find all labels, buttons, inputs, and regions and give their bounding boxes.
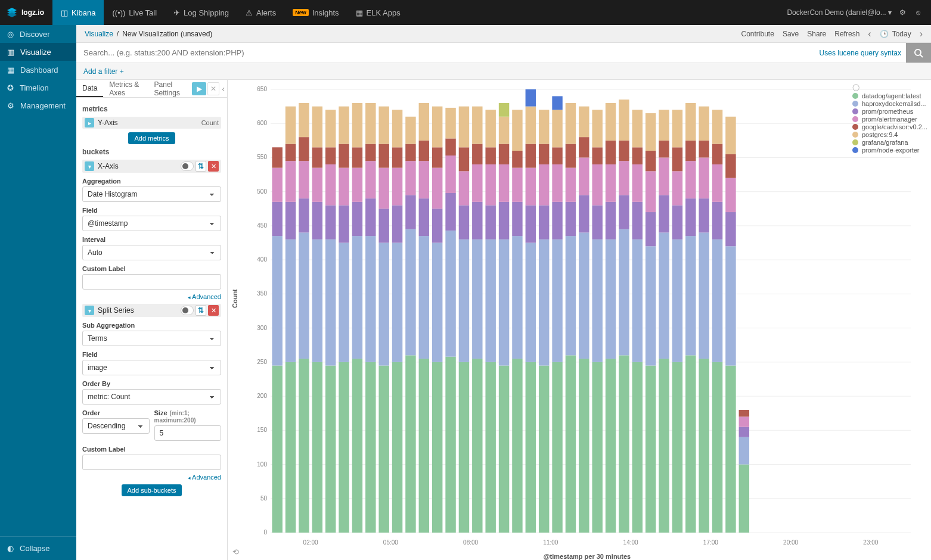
orderby-select[interactable]: metric: Count: [82, 389, 221, 405]
sidenav-dashboard[interactable]: ▦Dashboard: [0, 61, 76, 79]
timerange-next[interactable]: ›: [920, 29, 923, 39]
delete-button[interactable]: ✕: [208, 305, 219, 316]
timerange-picker[interactable]: 🕒Today: [880, 30, 911, 38]
sidenav-timelion[interactable]: ✪Timelion: [0, 79, 76, 97]
svg-rect-240: [725, 246, 736, 365]
svg-rect-175: [579, 195, 589, 232]
run-button[interactable]: ▶: [192, 82, 206, 95]
svg-rect-48: [299, 137, 309, 161]
svg-rect-109: [432, 107, 442, 148]
discard-button[interactable]: ✕: [207, 82, 219, 95]
svg-rect-126: [472, 144, 482, 164]
dashboard-icon: ▦: [7, 66, 14, 74]
share-button[interactable]: Share: [807, 30, 826, 38]
subagg-select[interactable]: Terms: [82, 331, 221, 346]
svg-rect-62: [339, 362, 349, 533]
size-input[interactable]: [154, 425, 222, 441]
sidenav-label: Management: [20, 101, 66, 110]
search-button[interactable]: [906, 43, 931, 63]
svg-rect-238: [712, 110, 722, 144]
svg-rect-42: [285, 144, 296, 161]
legend-item[interactable]: prom/node-exporter: [852, 147, 927, 154]
svg-rect-40: [285, 202, 296, 239]
reset-zoom-icon[interactable]: ⟲: [232, 547, 239, 556]
reorder-handle[interactable]: ⇅: [195, 161, 206, 172]
interval-select[interactable]: Auto: [82, 245, 221, 260]
add-subbuckets-button[interactable]: Add sub-buckets: [122, 484, 182, 496]
svg-rect-43: [285, 107, 296, 144]
nav-logshipping[interactable]: ✈Log Shipping: [165, 0, 237, 25]
tab-metrics-axes[interactable]: Metrics & Axes: [103, 80, 148, 97]
collapse-panel-icon[interactable]: ‹: [222, 84, 225, 94]
legend-item[interactable]: postgres:9.4: [852, 131, 927, 138]
custom-label-input[interactable]: [82, 274, 221, 290]
timerange-prev[interactable]: ‹: [868, 29, 871, 39]
reorder-handle[interactable]: ⇅: [195, 305, 206, 316]
logout-icon[interactable]: ⎋: [913, 8, 923, 17]
expander-icon[interactable]: ▾: [85, 161, 94, 171]
add-metrics-button[interactable]: Add metrics: [128, 132, 175, 144]
svg-rect-66: [339, 144, 349, 168]
legend-settings-icon[interactable]: ◯: [852, 83, 927, 91]
advanced-toggle[interactable]: Advanced: [82, 293, 221, 300]
expander-icon[interactable]: ▸: [85, 118, 94, 127]
expander-icon[interactable]: ▾: [85, 306, 94, 315]
add-filter[interactable]: Add a filter +: [83, 67, 124, 76]
nav-insights[interactable]: NewInsights: [284, 0, 347, 25]
search-input[interactable]: [76, 43, 815, 63]
sidenav-visualize[interactable]: ▥Visualize: [0, 43, 76, 61]
svg-rect-46: [299, 198, 309, 232]
svg-rect-58: [325, 206, 336, 239]
legend-item[interactable]: haproxydockerrailsd...: [852, 100, 927, 107]
collapse-icon: ◐: [7, 544, 14, 553]
legend-item[interactable]: grafana/grafana: [852, 139, 927, 146]
svg-rect-41: [285, 161, 296, 202]
svg-rect-241: [725, 212, 736, 246]
save-button[interactable]: Save: [783, 30, 799, 38]
delete-button[interactable]: ✕: [208, 161, 219, 172]
svg-rect-222: [685, 236, 696, 355]
svg-rect-142: [512, 236, 522, 359]
svg-rect-77: [365, 161, 375, 198]
order-select[interactable]: Descending: [82, 418, 150, 434]
custom-label2-input[interactable]: [82, 455, 221, 470]
sidenav-collapse[interactable]: ◐Collapse: [0, 536, 76, 560]
breadcrumb-root[interactable]: Visualize: [85, 30, 113, 38]
nav-elkapps[interactable]: ▦ELK Apps: [347, 0, 409, 25]
sidenav-management[interactable]: ⚙Management: [0, 97, 76, 114]
svg-rect-229: [699, 198, 709, 232]
nav-livetail[interactable]: ((•))Live Tail: [104, 0, 165, 25]
field-select[interactable]: @timestamp: [82, 216, 221, 231]
legend-item[interactable]: google/cadvisor:v0.2...: [852, 123, 927, 130]
legend-item[interactable]: prom/prometheus: [852, 108, 927, 115]
bucket-split-row: ▾ Split Series ⇅ ✕: [82, 304, 221, 317]
svg-rect-108: [432, 147, 442, 167]
refresh-button[interactable]: Refresh: [834, 30, 859, 38]
tab-data[interactable]: Data: [76, 80, 103, 97]
svg-rect-124: [472, 202, 482, 239]
account-picker[interactable]: DockerCon Demo (daniel@lo... ▾: [787, 8, 892, 17]
bell-icon: ⚠: [246, 8, 253, 17]
advanced-toggle[interactable]: Advanced: [82, 474, 221, 481]
legend-item[interactable]: prom/alertmanager: [852, 116, 927, 123]
lucene-hint[interactable]: Uses lucene query syntax: [815, 43, 906, 63]
field-label: Field: [82, 207, 221, 214]
svg-rect-230: [699, 157, 709, 198]
gear-icon: ⚙: [7, 101, 14, 110]
svg-rect-83: [378, 168, 389, 209]
tab-panel-settings[interactable]: Panel Settings: [148, 80, 193, 97]
sidenav-discover[interactable]: ◎Discover: [0, 25, 76, 43]
nav-kibana[interactable]: ◫Kibana: [52, 0, 104, 25]
enable-toggle[interactable]: [181, 306, 194, 315]
row-value: Count: [201, 119, 219, 126]
field2-select[interactable]: image: [82, 360, 221, 375]
legend-item[interactable]: datadog/agent:latest: [852, 92, 927, 99]
bar-chart[interactable]: 0501001502002503003504004505005506006500…: [249, 86, 917, 550]
aggregation-select[interactable]: Date Histogram: [82, 186, 221, 202]
enable-toggle[interactable]: [181, 161, 194, 171]
svg-text:08:00: 08:00: [463, 539, 478, 546]
svg-text:600: 600: [257, 120, 267, 126]
nav-alerts[interactable]: ⚠Alerts: [237, 0, 284, 25]
contribute-link[interactable]: Contribute: [741, 30, 774, 38]
gear-icon[interactable]: ⚙: [898, 8, 907, 17]
